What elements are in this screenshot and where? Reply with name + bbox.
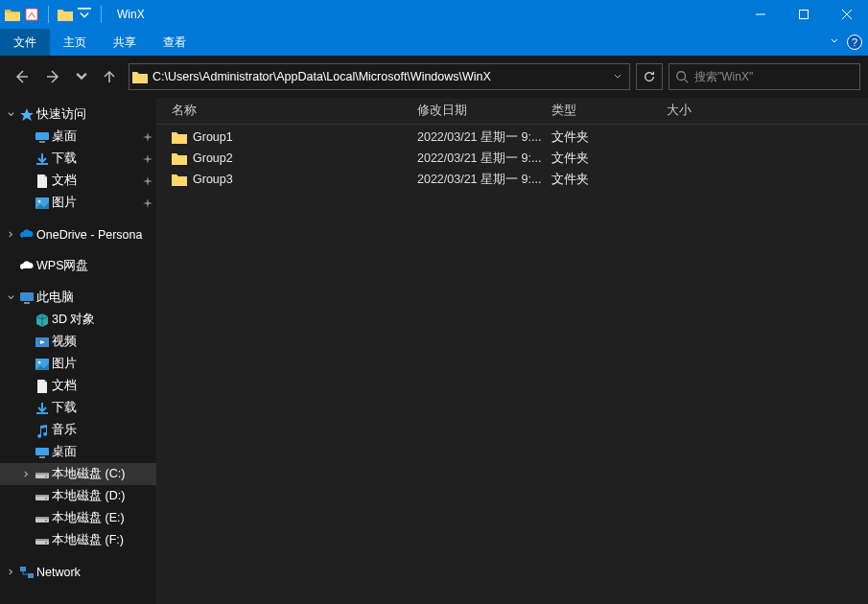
table-row[interactable]: Group22022/03/21 星期一 9:...文件夹 bbox=[156, 148, 868, 169]
sidebar-item-label: Network bbox=[36, 566, 156, 579]
minimize-button[interactable] bbox=[739, 0, 782, 29]
chevron-right-icon[interactable] bbox=[4, 568, 17, 576]
column-name[interactable]: 名称 bbox=[172, 103, 417, 119]
sidebar-item-pc[interactable]: 本地磁盘 (E:) bbox=[0, 507, 156, 529]
table-row[interactable]: Group32022/03/21 星期一 9:...文件夹 bbox=[156, 169, 868, 190]
titlebar: WinX bbox=[0, 0, 868, 29]
document-icon bbox=[33, 174, 52, 189]
cell-date: 2022/03/21 星期一 9:... bbox=[417, 151, 551, 167]
help-icon[interactable]: ? bbox=[847, 35, 862, 50]
search-input[interactable] bbox=[694, 70, 854, 83]
sidebar-item-pc[interactable]: 图片 bbox=[0, 353, 156, 375]
star-icon bbox=[17, 107, 36, 123]
sidebar-wps[interactable]: WPS网盘 bbox=[0, 255, 156, 277]
column-headers[interactable]: 名称 修改日期 类型 大小 bbox=[156, 98, 868, 125]
tab-view[interactable]: 查看 bbox=[150, 29, 199, 56]
sidebar-item-pc[interactable]: 下载 bbox=[0, 397, 156, 419]
chevron-right-icon[interactable] bbox=[19, 470, 33, 478]
svg-point-23 bbox=[45, 520, 47, 522]
sidebar-item-pc[interactable]: 音乐 bbox=[0, 419, 156, 441]
sidebar-item-label: 文档 bbox=[52, 173, 139, 189]
drive-icon bbox=[33, 533, 52, 548]
desktop-icon bbox=[33, 445, 52, 460]
sidebar-item-quick[interactable]: 文档 bbox=[0, 170, 156, 192]
sidebar-item-pc[interactable]: 桌面 bbox=[0, 441, 156, 463]
table-row[interactable]: Group12022/03/21 星期一 9:...文件夹 bbox=[156, 127, 868, 148]
sidebar-this-pc[interactable]: 此电脑 bbox=[0, 287, 156, 309]
sidebar-item-label: 桌面 bbox=[52, 128, 139, 145]
maximize-button[interactable] bbox=[782, 0, 825, 29]
back-button[interactable] bbox=[8, 63, 35, 90]
tab-share[interactable]: 共享 bbox=[100, 29, 150, 56]
address-dropdown-icon[interactable] bbox=[606, 64, 629, 89]
tab-home[interactable]: 主页 bbox=[50, 29, 100, 56]
sidebar[interactable]: 快速访问 桌面下载文档图片 OneDrive - Persona WPS网盘 此… bbox=[0, 98, 156, 604]
cell-type: 文件夹 bbox=[551, 151, 667, 167]
onedrive-icon bbox=[17, 227, 36, 243]
chevron-down-icon[interactable] bbox=[4, 293, 17, 302]
sidebar-item-label: 音乐 bbox=[52, 422, 156, 438]
svg-point-12 bbox=[38, 360, 41, 363]
column-type[interactable]: 类型 bbox=[551, 103, 667, 119]
close-button[interactable] bbox=[825, 0, 868, 29]
sidebar-item-quick[interactable]: 桌面 bbox=[0, 126, 156, 148]
address-bar[interactable] bbox=[129, 63, 630, 90]
sidebar-quick-access[interactable]: 快速访问 bbox=[0, 104, 156, 126]
sidebar-item-quick[interactable]: 下载 bbox=[0, 148, 156, 170]
chevron-right-icon[interactable] bbox=[4, 230, 17, 239]
sidebar-network[interactable]: Network bbox=[0, 561, 156, 583]
sidebar-item-label: 本地磁盘 (E:) bbox=[52, 510, 156, 526]
svg-rect-14 bbox=[39, 456, 45, 458]
refresh-button[interactable] bbox=[636, 63, 663, 90]
cell-date: 2022/03/21 星期一 9:... bbox=[417, 129, 551, 146]
recent-dropdown-icon[interactable] bbox=[73, 63, 90, 90]
sidebar-item-quick[interactable]: 图片 bbox=[0, 192, 156, 214]
cell-date: 2022/03/21 星期一 9:... bbox=[417, 172, 551, 188]
pc-icon bbox=[17, 290, 36, 306]
svg-rect-16 bbox=[35, 473, 49, 475]
tab-file[interactable]: 文件 bbox=[0, 29, 50, 56]
sidebar-item-pc[interactable]: 文档 bbox=[0, 375, 156, 397]
picture-icon bbox=[33, 196, 52, 211]
cell-name: Group2 bbox=[193, 151, 417, 165]
sidebar-item-label: OneDrive - Persona bbox=[36, 228, 156, 242]
svg-rect-13 bbox=[35, 448, 49, 455]
content-area: 名称 修改日期 类型 大小 Group12022/03/21 星期一 9:...… bbox=[156, 98, 868, 604]
sidebar-item-label: 视频 bbox=[52, 334, 156, 350]
drive-icon bbox=[33, 467, 52, 482]
forward-button[interactable] bbox=[40, 63, 67, 90]
svg-rect-22 bbox=[35, 517, 49, 519]
cell-type: 文件夹 bbox=[551, 172, 667, 188]
qat-dropdown-icon[interactable] bbox=[76, 6, 93, 23]
svg-point-7 bbox=[38, 199, 41, 202]
sidebar-item-label: 快速访问 bbox=[36, 106, 156, 123]
svg-rect-19 bbox=[35, 495, 49, 497]
chevron-down-icon[interactable] bbox=[4, 110, 17, 119]
file-list[interactable]: Group12022/03/21 星期一 9:...文件夹Group22022/… bbox=[156, 125, 868, 604]
qat-properties-icon[interactable] bbox=[23, 6, 40, 23]
search-icon bbox=[675, 70, 689, 83]
sidebar-item-pc[interactable]: 本地磁盘 (C:) bbox=[0, 463, 156, 485]
network-icon bbox=[17, 565, 36, 580]
sidebar-item-label: 桌面 bbox=[52, 444, 156, 460]
up-button[interactable] bbox=[96, 63, 123, 90]
sidebar-item-pc[interactable]: 本地磁盘 (F:) bbox=[0, 529, 156, 551]
folder-icon bbox=[172, 151, 193, 165]
search-box[interactable] bbox=[669, 63, 860, 90]
3d-icon bbox=[33, 313, 52, 328]
svg-point-17 bbox=[45, 476, 47, 477]
address-input[interactable] bbox=[151, 70, 606, 83]
sidebar-item-pc[interactable]: 视频 bbox=[0, 331, 156, 353]
ribbon-tabs: 文件 主页 共享 查看 ? bbox=[0, 29, 868, 56]
sidebar-item-label: 图片 bbox=[52, 356, 156, 372]
sidebar-item-pc[interactable]: 本地磁盘 (D:) bbox=[0, 485, 156, 507]
svg-rect-1 bbox=[78, 8, 91, 10]
expand-ribbon-icon[interactable] bbox=[830, 35, 839, 49]
sidebar-onedrive[interactable]: OneDrive - Persona bbox=[0, 223, 156, 245]
svg-point-20 bbox=[45, 498, 47, 499]
column-size[interactable]: 大小 bbox=[667, 103, 743, 119]
column-date[interactable]: 修改日期 bbox=[417, 103, 551, 119]
sidebar-item-pc[interactable]: 3D 对象 bbox=[0, 309, 156, 331]
title-divider bbox=[101, 6, 102, 23]
svg-rect-8 bbox=[20, 292, 34, 301]
